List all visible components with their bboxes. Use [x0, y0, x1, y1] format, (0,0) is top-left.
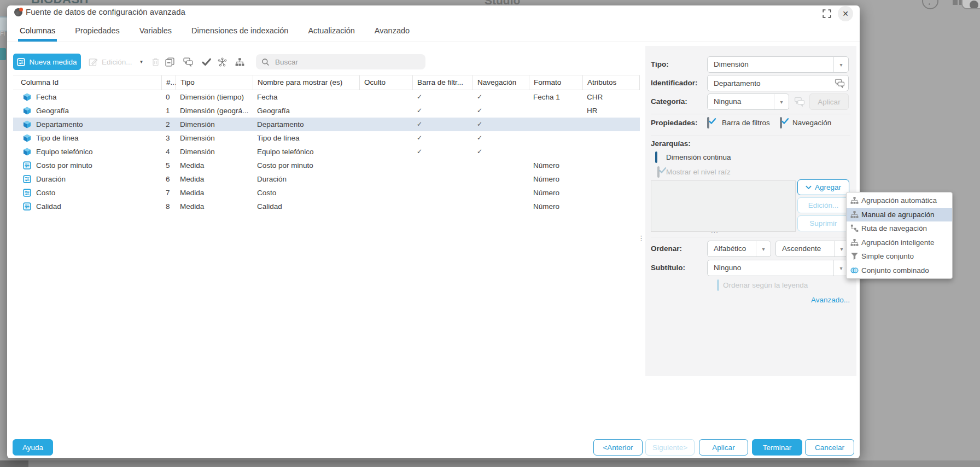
header-nombre[interactable]: Nombre para mostrar (es)	[253, 75, 359, 90]
cell-tipo: Medida	[176, 186, 253, 200]
identificador-field[interactable]	[707, 75, 849, 91]
hierarchies-listbox[interactable]	[651, 180, 796, 232]
close-icon[interactable]: ✕	[838, 6, 853, 21]
cancelar-button[interactable]: Cancelar	[805, 439, 854, 456]
comments-icon[interactable]	[183, 57, 194, 67]
fullscreen-icon[interactable]	[822, 9, 831, 18]
header-num[interactable]: #...	[161, 75, 176, 90]
translations-icon[interactable]	[835, 79, 845, 88]
tipo-select[interactable]: Dimensión ▾	[707, 56, 849, 73]
menu-item-conjunto-combinado[interactable]: Conjunto combinado	[847, 264, 952, 278]
direccion-select[interactable]: Ascendente ▾	[775, 241, 849, 257]
menu-item-simple-conjunto[interactable]: Simple conjunto	[847, 249, 952, 264]
cards-icon[interactable]	[165, 57, 174, 67]
validate-check-icon[interactable]	[201, 57, 212, 67]
cell-columna-id: Duración	[13, 172, 161, 186]
anterior-button[interactable]: <Anterior	[593, 439, 643, 456]
edit-button[interactable]: Edición...	[89, 54, 132, 70]
suprimir-button[interactable]: Suprimir	[797, 215, 849, 231]
dimension-continua-checkbox[interactable]	[655, 151, 657, 163]
new-measure-label: Nueva medida	[29, 58, 77, 66]
header-oculto[interactable]: Oculto	[359, 75, 412, 90]
search-input[interactable]	[274, 57, 407, 67]
cell-columna-id: Tipo de línea	[13, 131, 161, 145]
cell-formato: Número	[529, 172, 582, 186]
cell-nombre: Costo	[253, 186, 359, 200]
cell-barra-filtros: ✓	[412, 118, 472, 131]
navegacion-checkbox-label: Navegación	[792, 118, 831, 128]
subtitulo-label: Subtítulo:	[651, 260, 685, 276]
table-row-departamento[interactable]: Departamento 2 Dimensión Departamento ✓ …	[13, 118, 640, 131]
header-navegacion[interactable]: Navegación	[472, 75, 529, 90]
cell-atributos	[582, 118, 640, 131]
ayuda-button[interactable]: Ayuda	[13, 439, 53, 456]
subtitulo-select[interactable]: Ninguno ▾	[707, 260, 849, 276]
table-row-duracion[interactable]: Duración 6 Medida Duración Número	[13, 172, 640, 186]
trash-icon[interactable]	[151, 57, 160, 67]
tab-columnas[interactable]: Columnas	[18, 25, 57, 42]
cell-barra-filtros	[412, 186, 472, 200]
categoria-select[interactable]: Ninguna ▾	[707, 94, 789, 110]
tab-propiedades[interactable]: Propiedades	[73, 25, 121, 42]
header-barra-filtros[interactable]: Barra de filtr...	[412, 75, 472, 90]
ordenar-leyenda-checkbox[interactable]	[717, 279, 719, 291]
cell-nombre: Costo por minuto	[253, 159, 359, 172]
table-row-costo[interactable]: Costo 7 Medida Costo Número	[13, 186, 640, 200]
menu-item-manual-de-agrupacion[interactable]: Manual de agrupación	[847, 208, 952, 222]
ordenar-select[interactable]: Alfabético ▾	[707, 241, 771, 257]
menu-item-agrupacion-inteligente[interactable]: Agrupación inteligente	[847, 236, 952, 250]
header-tipo[interactable]: Tipo	[176, 75, 253, 90]
cell-navegacion	[472, 172, 529, 186]
aplicar-button[interactable]: Aplicar	[699, 439, 748, 456]
panel-divider	[651, 136, 850, 136]
terminar-button[interactable]: Terminar	[752, 439, 802, 456]
molecule-icon[interactable]	[218, 57, 227, 67]
agregar-button[interactable]: Agregar	[797, 179, 849, 195]
chevron-down-icon: ▾	[833, 57, 848, 72]
hierarchy-icon[interactable]	[235, 57, 244, 67]
header-atributos[interactable]: Atributos	[582, 75, 640, 90]
nivel-raiz-checkbox[interactable]	[657, 166, 660, 178]
barra-filtros-checkbox-label: Barra de filtros	[722, 118, 770, 128]
cell-oculto	[359, 159, 412, 172]
cell-columna-id: Departamento	[13, 118, 161, 131]
siguiente-button[interactable]: Siguiente>	[645, 439, 695, 456]
propiedades-label: Propiedades:	[651, 118, 698, 128]
tab-variables[interactable]: Variables	[138, 25, 173, 42]
table-row-geografia[interactable]: Geografía 1 Dimensión (geográ... Geograf…	[13, 104, 640, 118]
new-measure-button[interactable]: Nueva medida	[13, 54, 81, 70]
aplicar-categoria-button[interactable]: Aplicar	[809, 94, 849, 110]
panel-splitter-handle[interactable]: ⋮	[638, 234, 644, 242]
sidebar-fragment-label: Fl	[0, 30, 5, 37]
cell-oculto	[359, 186, 412, 200]
navegacion-checkbox[interactable]	[780, 117, 782, 129]
cell-num: 5	[161, 159, 176, 172]
table-row-calidad[interactable]: Calidad 8 Medida Calidad Número	[13, 200, 640, 213]
help-icon	[922, 0, 938, 9]
menu-item-ruta-de-navegacion[interactable]: Ruta de navegación	[847, 221, 952, 236]
tab-dimensiones-indexacion[interactable]: Dimensiones de indexación	[190, 25, 290, 42]
search-field[interactable]	[256, 54, 425, 69]
table-row-costo-por-minuto[interactable]: Costo por minuto 5 Medida Costo por minu…	[13, 159, 640, 172]
tab-avanzado[interactable]: Avanzado	[373, 25, 411, 42]
header-formato[interactable]: Formato	[529, 75, 582, 90]
edicion-jerarquia-button[interactable]: Edición...	[797, 197, 849, 213]
table-row-equipo-telefonico[interactable]: Equipo telefónico 4 Dimensión Equipo tel…	[13, 145, 640, 159]
table-row-tipo-de-linea[interactable]: Tipo de línea 3 Dimensión Tipo de línea …	[13, 131, 640, 145]
ordenar-leyenda-checkbox-label: Ordenar según la leyenda	[723, 281, 808, 290]
menu-item-agrupacion-automatica[interactable]: Agrupación automática	[847, 194, 952, 208]
cell-oculto	[359, 131, 412, 145]
edit-dropdown-caret-icon[interactable]: ▾	[140, 57, 143, 67]
check-icon	[658, 166, 667, 174]
tabs-divider	[7, 42, 860, 42]
listbox-resize-handle[interactable]: ...	[711, 226, 719, 235]
tab-actualizacion[interactable]: Actualización	[306, 25, 356, 42]
measure-abacus-icon	[23, 189, 31, 197]
avanzado-link[interactable]: Avanzado...	[811, 296, 850, 304]
categoria-value: Ninguna	[708, 94, 774, 109]
identificador-input[interactable]	[708, 79, 835, 88]
agregar-label: Agregar	[815, 183, 841, 191]
header-columna-id[interactable]: Columna Id	[13, 75, 161, 90]
barra-filtros-checkbox[interactable]	[707, 117, 709, 129]
table-row-fecha[interactable]: Fecha 0 Dimensión (tiempo) Fecha ✓ ✓ Fec…	[13, 90, 640, 104]
